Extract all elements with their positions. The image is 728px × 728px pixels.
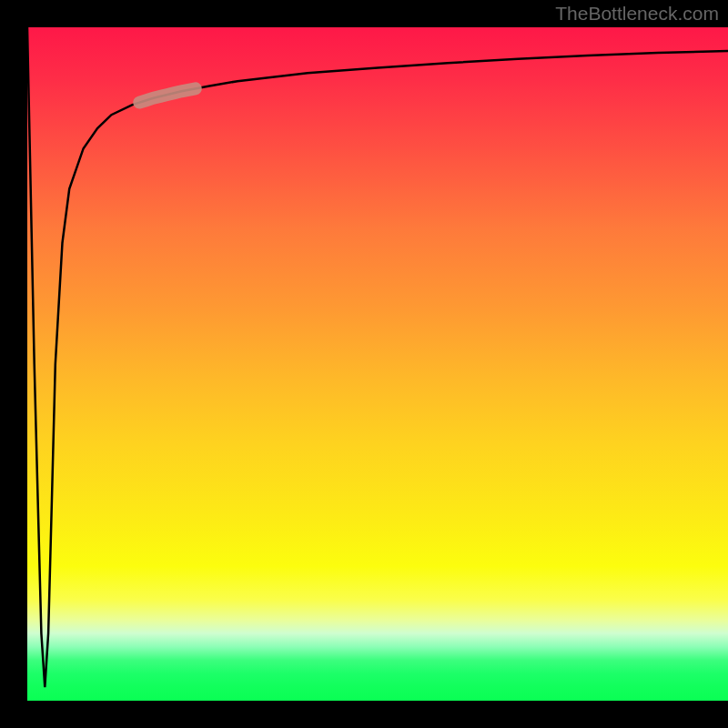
watermark-text: TheBottleneck.com (555, 3, 719, 25)
plot-area (27, 27, 728, 701)
gradient-background (27, 27, 728, 701)
chart-container (27, 27, 728, 701)
